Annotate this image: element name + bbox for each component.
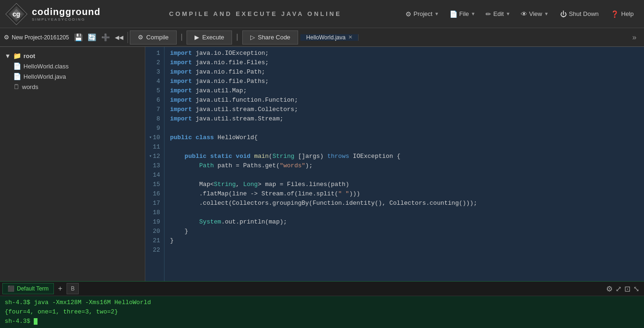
folder-icon: 📁 — [13, 52, 21, 60]
svg-text:cg: cg — [13, 10, 20, 18]
logo-subtitle: SIMPLYEASYCODING — [32, 17, 100, 22]
file-menu[interactable]: 📄 File ▼ — [445, 7, 480, 21]
add-terminal-button[interactable]: + — [56, 284, 65, 293]
tree-item-helloworld-class[interactable]: 📄 HelloWorld.class — [0, 61, 145, 71]
default-term-tab[interactable]: ⬛ Default Term — [2, 283, 54, 294]
edit-icon: ✏ — [486, 10, 491, 18]
save-button[interactable]: 💾 — [72, 32, 85, 43]
help-icon: ❓ — [611, 10, 619, 18]
line-num-18: 18 — [149, 208, 160, 217]
share-label: Share Code — [258, 34, 290, 41]
compile-icon: ⚙ — [138, 34, 143, 41]
line-num-21: 21 — [149, 236, 160, 246]
terminal-restore-icon[interactable]: ⊡ — [624, 284, 630, 293]
root-label: root — [23, 52, 35, 60]
line-num-14: 14 — [149, 171, 160, 180]
terminal-settings-icon[interactable]: ⚙ — [606, 284, 613, 293]
line-num-16: 16 — [149, 189, 160, 199]
terminal-tabs: ⬛ Default Term + B ⚙ ⤢ ⊡ ⤡ — [0, 282, 644, 296]
code-content: import java.io.IOException; import java.… — [165, 47, 644, 281]
line-num-22: 22 — [149, 246, 160, 255]
words-label: words — [22, 83, 38, 90]
tree-item-helloworld-java[interactable]: 📄 HelloWorld.java — [0, 71, 145, 82]
header-tagline: COMPILE AND EXECUTE JAVA ONLINE — [110, 10, 401, 17]
project-label-area: ⚙ New Project-20161205 — [4, 34, 69, 41]
code-editor-area: 1 2 3 4 5 6 7 8 9 ▾10 11 ▾12 13 14 15 16… — [145, 47, 644, 281]
help-label: Help — [621, 10, 634, 17]
tree-root-item[interactable]: ▼ 📁 root — [0, 51, 145, 61]
line-num-7: 7 — [149, 105, 160, 114]
tab-close-icon[interactable]: ✕ — [348, 34, 352, 40]
terminal-line-2: {four=4, one=1, three=3, two=2} — [5, 308, 118, 315]
line-numbers: 1 2 3 4 5 6 7 8 9 ▾10 11 ▾12 13 14 15 16… — [145, 47, 165, 281]
edit-menu-label: Edit — [493, 10, 503, 17]
shutdown-button[interactable]: ⏻ Shut Down — [554, 7, 605, 21]
line-num-4: 4 — [149, 77, 160, 86]
line-num-12: ▾12 — [149, 152, 160, 161]
gear-icon: ⚙ — [405, 10, 412, 18]
terminal-maximize-icon[interactable]: ⤡ — [633, 284, 639, 293]
terminal-b-button[interactable]: B — [67, 283, 79, 294]
editor-tabs: HelloWorld.java ✕ — [298, 34, 361, 41]
helloworld-java-label: HelloWorld.java — [23, 73, 66, 80]
project-chevron-icon: ▼ — [434, 11, 439, 16]
terminal-expand-icon[interactable]: ⤢ — [615, 284, 622, 293]
terminal-line-3: sh-4.3$ — [5, 318, 34, 325]
code-editor[interactable]: 1 2 3 4 5 6 7 8 9 ▾10 11 ▾12 13 14 15 16… — [145, 47, 644, 281]
project-menu-label: Project — [413, 10, 432, 17]
line-num-2: 2 — [149, 58, 160, 67]
view-menu[interactable]: 👁 View ▼ — [516, 7, 554, 21]
java-file-icon: 📄 — [13, 73, 21, 80]
terminal-line-1: sh-4.3$ java -Xmx128M -Xms16M HelloWorld — [5, 299, 151, 306]
helloworld-class-label: HelloWorld.class — [23, 63, 69, 70]
terminal-tab-icon: ⬛ — [7, 285, 15, 292]
editor-panel-collapse-button[interactable]: » — [629, 33, 640, 42]
shutdown-label: Shut Down — [569, 10, 599, 17]
project-name-label: New Project-20161205 — [12, 34, 69, 41]
project-menu[interactable]: ⚙ Project ▼ — [401, 7, 443, 21]
header-nav: ⚙ Project ▼ 📄 File ▼ ✏ Edit ▼ 👁 View ▼ ⏻… — [401, 7, 639, 21]
line-num-19: 19 — [149, 217, 160, 227]
compile-button[interactable]: ⚙ Compile — [130, 30, 177, 45]
header: cg codingground SIMPLYEASYCODING COMPILE… — [0, 0, 644, 28]
line-num-17: 17 — [149, 199, 160, 208]
editor-tab-helloworld[interactable]: HelloWorld.java ✕ — [300, 34, 359, 41]
action-sep-1: | — [177, 33, 187, 42]
settings-icon: ⚙ — [4, 34, 9, 41]
file-menu-label: File — [459, 10, 469, 17]
terminal-output: sh-4.3$ java -Xmx128M -Xms16M HelloWorld… — [0, 296, 644, 328]
line-num-15: 15 — [149, 180, 160, 189]
view-chevron-icon: ▼ — [544, 11, 549, 16]
logo-icon: cg — [5, 2, 28, 26]
tree-item-words[interactable]: 🗒 words — [0, 82, 145, 92]
action-toolbar: ⚙ New Project-20161205 💾 🔄 ➕ ◀◀ ⚙ Compil… — [0, 28, 644, 47]
share-code-button[interactable]: ▷ Share Code — [242, 30, 298, 45]
edit-menu[interactable]: ✏ Edit ▼ — [481, 7, 515, 21]
line-num-20: 20 — [149, 227, 160, 236]
execute-button[interactable]: ▶ Execute — [187, 30, 232, 45]
line-num-9: 9 — [149, 124, 160, 133]
file-tree-sidebar: ▼ 📁 root 📄 HelloWorld.class 📄 HelloWorld… — [0, 47, 145, 281]
terminal-icon-group: ⚙ ⤢ ⊡ ⤡ — [606, 284, 642, 293]
main-area: ▼ 📁 root 📄 HelloWorld.class 📄 HelloWorld… — [0, 47, 644, 281]
words-file-icon: 🗒 — [13, 83, 20, 90]
share-icon: ▷ — [250, 34, 255, 41]
terminal-area: ⬛ Default Term + B ⚙ ⤢ ⊡ ⤡ sh-4.3$ java … — [0, 281, 644, 328]
line-num-13: 13 — [149, 161, 160, 171]
terminal-cursor — [34, 318, 37, 325]
expand-icon: ▼ — [5, 52, 11, 60]
file-icon: 📄 — [449, 10, 457, 18]
edit-chevron-icon: ▼ — [506, 11, 510, 16]
help-button[interactable]: ❓ Help — [605, 7, 639, 21]
view-menu-label: View — [529, 10, 542, 17]
refresh-button[interactable]: 🔄 — [85, 32, 99, 43]
file-chevron-icon: ▼ — [471, 11, 476, 16]
line-num-10: ▾10 — [149, 133, 160, 142]
compile-label: Compile — [146, 34, 169, 41]
line-num-5: 5 — [149, 86, 160, 96]
add-button[interactable]: ➕ — [99, 32, 112, 43]
collapse-all-button[interactable]: ◀◀ — [112, 33, 126, 42]
line-num-1: 1 — [149, 49, 160, 58]
logo-area: cg codingground SIMPLYEASYCODING — [5, 2, 100, 26]
line-num-3: 3 — [149, 67, 160, 77]
